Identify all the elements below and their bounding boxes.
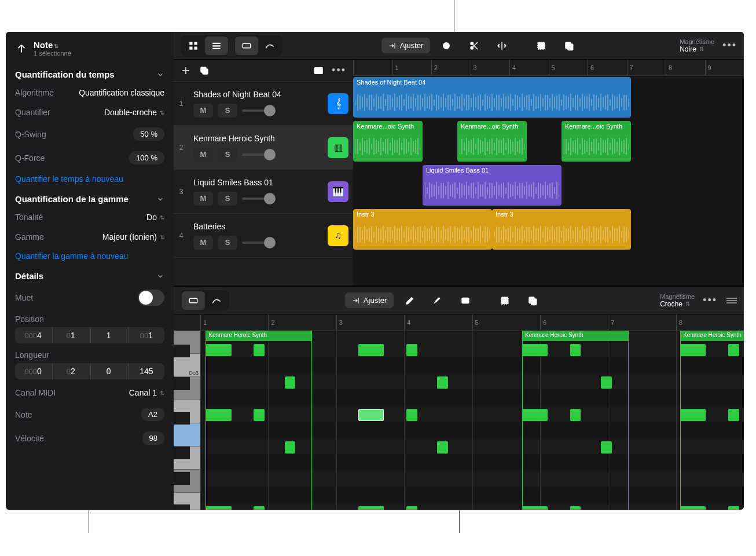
row-scale[interactable]: GammeMajeur (Ionien)⇅ (15, 227, 164, 247)
link-requantize-time[interactable]: Quantifier le temps à nouveau (15, 170, 164, 188)
midi-note[interactable] (601, 441, 612, 453)
piano-roll[interactable]: Kenmare Heroic SynthKenmare Heroic Synth… (200, 331, 744, 510)
inspector-title[interactable]: Note⇅ (34, 40, 71, 50)
timeline[interactable]: Shades of Night Beat 04Kenmare...oic Syn… (353, 76, 744, 286)
midi-note[interactable] (601, 376, 612, 389)
volume-slider[interactable] (242, 153, 274, 156)
row-midi-channel[interactable]: Canal MIDICanal 1⇅ (15, 383, 164, 403)
view-list-button[interactable] (205, 36, 228, 55)
length-field[interactable]: 0000 02 0 145 (15, 363, 164, 379)
solo-button[interactable]: S (218, 104, 237, 118)
row-algorithm[interactable]: AlgorithmeQuantification classique (15, 83, 164, 103)
section-quant-time[interactable]: Quantification du temps (15, 64, 164, 83)
row-qswing[interactable]: Q-Swing50 % (15, 122, 164, 146)
row-note[interactable]: NoteA2 (15, 403, 164, 426)
midi-note[interactable] (522, 409, 548, 421)
ruler-bottom[interactable]: 12345678 (174, 314, 744, 331)
mute-button[interactable]: M (193, 236, 213, 250)
snap-selector-top[interactable]: Magnétisme Noire⇅ (680, 38, 714, 53)
back-icon[interactable] (15, 42, 28, 55)
midi-note[interactable] (728, 344, 739, 356)
section-quant-scale[interactable]: Quantification de la gamme (15, 188, 164, 207)
editor-view-region-button[interactable] (182, 291, 205, 310)
solo-button[interactable]: S (218, 236, 237, 250)
mute-button[interactable]: M (193, 104, 213, 118)
region[interactable]: Liquid Smiles Bass 01 (423, 165, 562, 206)
row-velocity[interactable]: Vélocité98 (15, 426, 164, 450)
track-type-icon[interactable]: ▥ (328, 137, 348, 158)
duplicate-track-icon[interactable] (199, 65, 210, 76)
midi-note[interactable] (437, 376, 448, 389)
piano-keyboard[interactable]: Do3 (174, 331, 200, 510)
midi-note[interactable] (285, 441, 296, 453)
midi-note[interactable] (437, 441, 448, 453)
editor-view-automation-button[interactable] (205, 291, 228, 310)
marquee-tool-icon[interactable] (530, 36, 553, 55)
view-grid-button[interactable] (182, 36, 205, 55)
region[interactable]: Shades of Night Beat 04 (353, 77, 631, 118)
midi-note[interactable] (205, 409, 231, 421)
midi-note[interactable] (522, 344, 548, 356)
track-type-icon[interactable]: ♫ (328, 225, 348, 246)
track-header[interactable]: 4 Batteries M S ♫ (174, 214, 353, 258)
section-details[interactable]: Détails (15, 265, 164, 284)
media-browser-icon[interactable] (313, 65, 324, 76)
region[interactable]: Kenmare...oic Synth (562, 121, 631, 162)
more-icon[interactable]: ••• (722, 39, 737, 52)
scissors-tool-icon[interactable] (463, 36, 486, 55)
midi-note[interactable] (680, 344, 706, 356)
row-qforce[interactable]: Q-Force100 % (15, 146, 164, 170)
midi-note[interactable] (570, 344, 581, 356)
volume-slider[interactable] (242, 242, 274, 244)
editor-marquee-icon[interactable] (493, 291, 516, 310)
midi-note[interactable] (358, 344, 384, 356)
midi-note[interactable] (254, 344, 265, 356)
midi-note[interactable] (254, 409, 265, 421)
volume-slider[interactable] (242, 197, 274, 200)
brush-tool-icon[interactable] (426, 291, 449, 310)
view-automation-button[interactable] (258, 36, 281, 55)
region[interactable]: Kenmare...oic Synth (353, 121, 423, 162)
midi-note[interactable] (680, 409, 706, 421)
add-track-icon[interactable] (181, 65, 191, 76)
split-tool-icon[interactable] (490, 36, 513, 55)
volume-slider[interactable] (242, 109, 274, 112)
editor-copy-icon[interactable] (521, 291, 544, 310)
midi-note[interactable] (406, 344, 417, 356)
adjust-tool[interactable]: Ajuster (381, 38, 430, 53)
midi-note[interactable] (205, 344, 231, 356)
midi-note[interactable] (406, 409, 417, 421)
editor-adjust-tool[interactable]: Ajuster (345, 292, 394, 308)
loop-tool-icon[interactable] (435, 36, 458, 55)
region[interactable]: Kenmare...oic Synth (457, 121, 527, 162)
track-header[interactable]: 2 Kenmare Heroic Synth M S ▥ (174, 126, 353, 170)
region[interactable]: Instr 3 (353, 209, 492, 250)
ruler-top[interactable]: 123456789 (353, 60, 744, 76)
track-header[interactable]: 1 Shades of Night Beat 04 M S 𝄞 (174, 82, 353, 126)
midi-note[interactable] (728, 409, 739, 421)
mute-button[interactable]: M (193, 192, 213, 206)
solo-button[interactable]: S (218, 148, 237, 162)
mute-toggle[interactable] (138, 290, 164, 306)
solo-button[interactable]: S (218, 192, 237, 206)
editor-more-icon[interactable]: ••• (703, 294, 717, 306)
position-field[interactable]: 0004 01 1 001 (15, 327, 164, 343)
copy-tool-icon[interactable] (557, 36, 581, 55)
row-quantifier[interactable]: QuantifierDouble-croche⇅ (15, 103, 164, 122)
midi-note[interactable] (285, 376, 296, 389)
link-requantize-scale[interactable]: Quantifier la gamme à nouveau (15, 247, 164, 265)
view-regions-button[interactable] (235, 36, 258, 55)
track-type-icon[interactable]: 🎹 (328, 181, 348, 202)
track-header[interactable]: 3 Liquid Smiles Bass 01 M S 🎹 (174, 170, 353, 214)
track-more-icon[interactable]: ••• (332, 64, 346, 76)
midi-note[interactable] (358, 409, 384, 421)
row-key[interactable]: TonalitéDo⇅ (15, 207, 164, 227)
resize-handle-icon[interactable] (726, 297, 737, 304)
snap-selector-bottom[interactable]: Magnétisme Croche⇅ (660, 293, 695, 308)
pencil-tool-icon[interactable] (398, 291, 421, 310)
velocity-tool-icon[interactable] (454, 291, 477, 310)
track-type-icon[interactable]: 𝄞 (328, 93, 348, 114)
mute-button[interactable]: M (193, 148, 213, 162)
midi-note[interactable] (570, 409, 581, 421)
region[interactable]: Instr 3 (492, 209, 631, 250)
